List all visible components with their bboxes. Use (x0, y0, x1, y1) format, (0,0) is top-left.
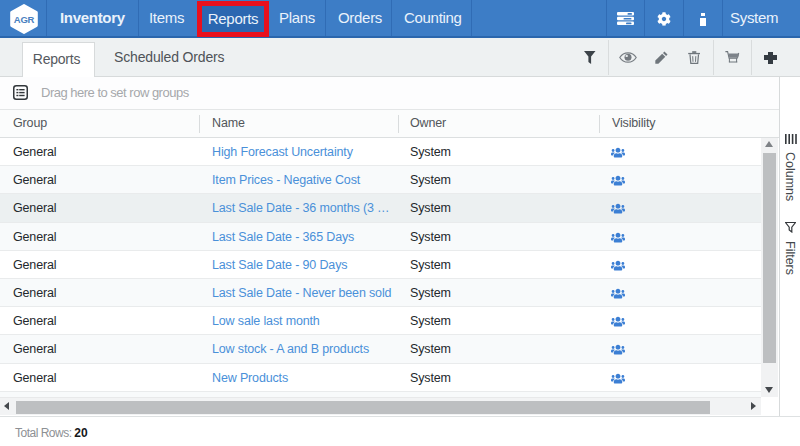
svg-text:AGR: AGR (14, 14, 35, 25)
